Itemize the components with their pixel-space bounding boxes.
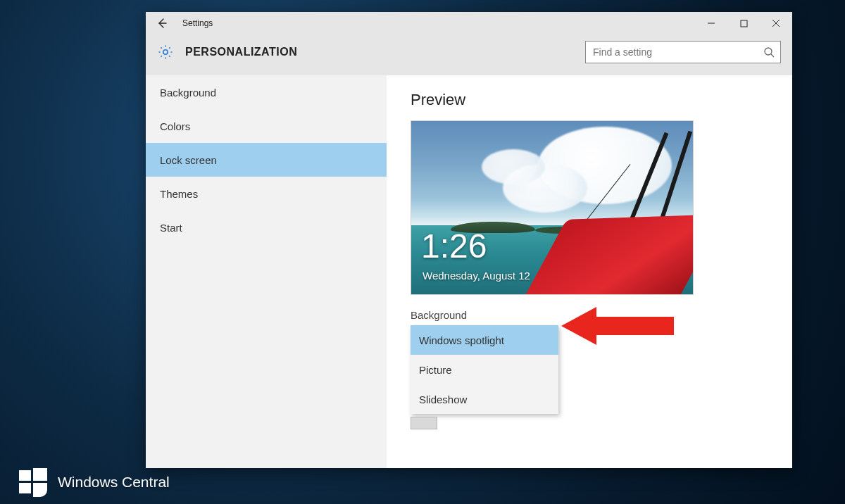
svg-marker-3 bbox=[561, 307, 674, 345]
category-title: PERSONALIZATION bbox=[185, 46, 297, 58]
sidebar-item-label: Lock screen bbox=[160, 154, 217, 166]
sidebar-item-colors[interactable]: Colors bbox=[146, 109, 387, 143]
annotation-arrow bbox=[561, 304, 674, 348]
minimize-button[interactable] bbox=[695, 12, 727, 34]
back-arrow-icon bbox=[156, 18, 168, 29]
sidebar-item-label: Themes bbox=[160, 188, 198, 200]
sidebar-item-label: Colors bbox=[160, 120, 190, 132]
sidebar-item-label: Start bbox=[160, 222, 182, 234]
option-label: Picture bbox=[419, 364, 452, 376]
main-panel: Preview 1:26 Wednesday, August 12 Backgr… bbox=[387, 75, 792, 468]
category-header: PERSONALIZATION bbox=[146, 34, 792, 75]
gear-icon bbox=[157, 44, 174, 61]
window-title: Settings bbox=[182, 18, 213, 28]
truncated-button[interactable] bbox=[411, 417, 437, 429]
watermark-text: Windows Central bbox=[58, 474, 170, 491]
watermark: Windows Central bbox=[18, 467, 170, 497]
svg-point-2 bbox=[765, 48, 772, 55]
background-option-slideshow[interactable]: Slideshow bbox=[411, 384, 558, 414]
titlebar: Settings bbox=[146, 12, 792, 34]
option-label: Slideshow bbox=[419, 393, 467, 405]
background-option-spotlight[interactable]: Windows spotlight bbox=[411, 325, 558, 355]
search-input[interactable] bbox=[593, 46, 763, 58]
lockscreen-date: Wednesday, August 12 bbox=[423, 270, 530, 282]
background-option-picture[interactable]: Picture bbox=[411, 355, 558, 384]
svg-rect-6 bbox=[19, 483, 31, 493]
sidebar-item-start[interactable]: Start bbox=[146, 210, 387, 244]
lockscreen-time: 1:26 bbox=[421, 229, 487, 263]
preview-heading: Preview bbox=[411, 91, 792, 109]
option-label: Windows spotlight bbox=[419, 334, 504, 346]
back-button[interactable] bbox=[146, 12, 178, 34]
close-icon bbox=[772, 19, 780, 27]
svg-rect-0 bbox=[741, 20, 747, 27]
lockscreen-preview: 1:26 Wednesday, August 12 bbox=[411, 120, 694, 295]
close-button[interactable] bbox=[760, 12, 792, 34]
search-icon bbox=[763, 46, 775, 58]
search-box[interactable] bbox=[585, 41, 781, 63]
minimize-icon bbox=[707, 19, 715, 27]
windows-central-logo-icon bbox=[18, 467, 48, 497]
sidebar-item-background[interactable]: Background bbox=[146, 75, 387, 109]
sidebar-item-themes[interactable]: Themes bbox=[146, 177, 387, 210]
background-dropdown[interactable]: Windows spotlight Picture Slideshow bbox=[411, 325, 558, 414]
svg-point-1 bbox=[163, 50, 168, 54]
sidebar-item-lock-screen[interactable]: Lock screen bbox=[146, 143, 387, 177]
maximize-icon bbox=[740, 20, 748, 27]
svg-rect-4 bbox=[19, 470, 31, 481]
maximize-button[interactable] bbox=[727, 12, 760, 34]
svg-rect-5 bbox=[33, 468, 47, 481]
sidebar-item-label: Background bbox=[160, 87, 216, 99]
window-body: Background Colors Lock screen Themes Sta… bbox=[146, 75, 792, 468]
settings-window: Settings PERSONALIZATION bbox=[146, 12, 792, 468]
sidebar: Background Colors Lock screen Themes Sta… bbox=[146, 75, 387, 468]
